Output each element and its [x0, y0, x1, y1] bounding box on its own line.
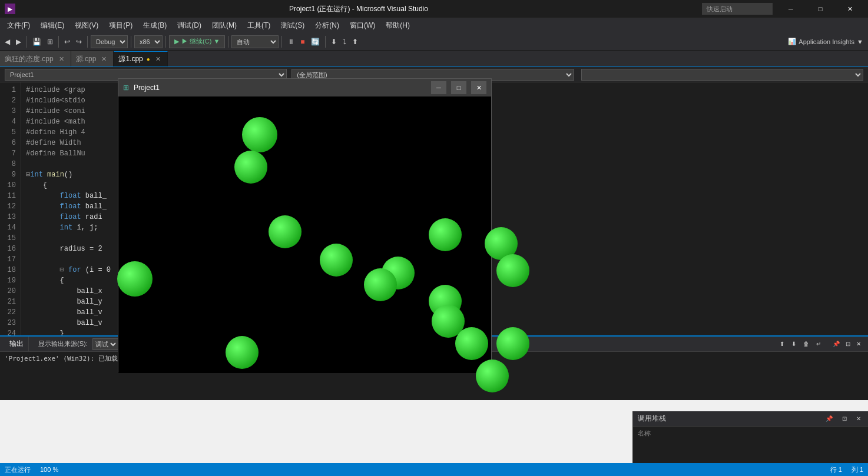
tb-sep-5	[165, 36, 166, 48]
menu-tools[interactable]: 工具(T)	[243, 18, 276, 33]
tb-sep-1	[26, 36, 27, 48]
toolbar-redo[interactable]: ↪	[74, 35, 84, 49]
ball-0	[242, 117, 277, 152]
auto-dropdown[interactable]: 自动	[231, 35, 279, 48]
app-title: Project1 (正在运行) - Microsoft Visual Studi…	[20, 4, 697, 14]
menu-test[interactable]: 测试(S)	[276, 18, 310, 33]
tb-sep-6	[228, 36, 228, 48]
tb-sep-8	[325, 36, 326, 48]
output-clear[interactable]: 🗑	[801, 337, 811, 351]
callstack-content: 名称	[633, 427, 868, 440]
tab-bar: 疯狂的态度.cpp ✕ 源.cpp ✕ 源1.cpp ● ✕	[0, 51, 868, 67]
ball-2	[269, 215, 302, 248]
menu-analyze[interactable]: 分析(N)	[310, 18, 345, 33]
window-controls: ─ □ ✕	[777, 0, 863, 18]
tab-0[interactable]: 疯狂的态度.cpp ✕	[0, 51, 71, 66]
debug-config-dropdown[interactable]: Debug	[91, 35, 128, 48]
toolbar-back[interactable]: ◀	[2, 35, 12, 49]
title-bar: ▶ Project1 (正在运行) - Microsoft Visual Stu…	[0, 0, 868, 18]
tb-sep-7	[281, 36, 282, 48]
status-running: 正在运行	[5, 465, 31, 474]
tab-1-label: 源.cpp	[76, 54, 97, 64]
toolbar-save[interactable]: 💾	[30, 35, 44, 49]
menu-bar: 文件(F) 编辑(E) 视图(V) 项目(P) 生成(B) 调试(D) 团队(M…	[0, 18, 868, 33]
ball-1	[234, 151, 267, 184]
pause-button[interactable]: ⏸	[285, 35, 297, 49]
callstack-name-label: 名称	[638, 429, 863, 438]
output-close[interactable]: ✕	[854, 337, 863, 351]
menu-team[interactable]: 团队(M)	[207, 18, 243, 33]
toolbar-undo[interactable]: ↩	[62, 35, 72, 49]
tab-1[interactable]: 源.cpp ✕	[71, 51, 114, 66]
project-window-icon: ⊞	[123, 84, 129, 92]
step-over[interactable]: ⤵	[340, 35, 349, 49]
tab-0-label: 疯狂的态度.cpp	[5, 54, 54, 64]
project-window: ⊞ Project1 ─ □ ✕	[118, 78, 492, 372]
callstack-pin[interactable]: 📌	[823, 412, 835, 426]
menu-debug[interactable]: 调试(D)	[173, 18, 207, 33]
continue-button[interactable]: ▶ ▶ 继续(C) ▼	[169, 35, 225, 48]
menu-window[interactable]: 窗口(W)	[345, 18, 381, 33]
callstack-header: 调用堆栈 📌 ⊡ ✕	[633, 411, 868, 427]
ball-3	[320, 244, 353, 277]
status-bar: 正在运行 100 % 行 1 列 1	[0, 463, 868, 476]
callstack-close[interactable]: ✕	[854, 412, 863, 426]
project-window-title: Project1	[134, 84, 426, 92]
tb-sep-4	[131, 36, 131, 48]
tab-2[interactable]: 源1.cpp ● ✕	[114, 51, 167, 66]
status-line: 行 1	[830, 465, 842, 474]
menu-edit[interactable]: 编辑(E)	[36, 18, 70, 33]
output-scroll-down[interactable]: ⬇	[789, 337, 799, 351]
callstack-float[interactable]: ⊡	[840, 412, 849, 426]
menu-build[interactable]: 生成(B)	[138, 18, 173, 33]
project-window-minimize[interactable]: ─	[431, 81, 446, 94]
menu-help[interactable]: 帮助(H)	[381, 18, 416, 33]
output-scroll-up[interactable]: ⬆	[777, 337, 787, 351]
tab-0-close[interactable]: ✕	[57, 55, 66, 64]
play-icon: ▶	[174, 38, 179, 45]
members-dropdown[interactable]	[581, 69, 863, 81]
tab-1-close[interactable]: ✕	[100, 55, 108, 64]
output-source-select[interactable]: 调试	[92, 338, 118, 350]
tab-2-close[interactable]: ✕	[154, 55, 163, 64]
step-out[interactable]: ⬆	[350, 35, 360, 49]
ball-15	[226, 336, 259, 369]
project-window-titlebar: ⊞ Project1 ─ □ ✕	[118, 79, 491, 96]
ball-13	[496, 327, 529, 360]
status-zoom[interactable]: 100 %	[40, 466, 58, 473]
minimize-button[interactable]: ─	[777, 0, 804, 18]
tab-2-modified: ●	[147, 56, 150, 62]
toolbar-save-all[interactable]: ⊞	[45, 35, 55, 49]
vs-icon: ▶	[5, 4, 15, 14]
restart-button[interactable]: 🔄	[309, 35, 322, 49]
app-insights-icon: 📊	[788, 38, 796, 45]
status-col: 列 1	[852, 465, 863, 474]
output-source-label: 显示输出来源(S):	[38, 339, 88, 348]
toolbar-forward[interactable]: ▶	[14, 35, 24, 49]
project-window-maximize[interactable]: □	[451, 81, 466, 94]
quick-launch[interactable]: 快速启动	[702, 3, 773, 15]
close-button[interactable]: ✕	[836, 0, 863, 18]
canvas-area	[118, 96, 491, 373]
output-pin[interactable]: 📌	[830, 337, 842, 351]
toolbar: ◀ ▶ 💾 ⊞ ↩ ↪ Debug x86 ▶ ▶ 继续(C) ▼ 自动 ⏸ ■…	[0, 33, 868, 51]
tb-sep-2	[58, 36, 59, 48]
project-window-close[interactable]: ✕	[471, 81, 486, 94]
output-wrap[interactable]: ↵	[814, 337, 823, 351]
menu-view[interactable]: 视图(V)	[70, 18, 104, 33]
output-tab[interactable]: 输出	[5, 337, 29, 351]
step-into[interactable]: ⬇	[329, 35, 339, 49]
ball-12	[455, 327, 488, 360]
stop-button[interactable]: ■	[298, 35, 307, 49]
dropdown-arrow: ▼	[857, 38, 863, 45]
tab-2-label: 源1.cpp	[118, 54, 143, 64]
ball-11	[364, 268, 397, 301]
menu-file[interactable]: 文件(F)	[2, 18, 36, 33]
app-insights-button[interactable]: 📊 Application Insights ▼	[786, 35, 866, 49]
maximize-button[interactable]: □	[807, 0, 834, 18]
output-float[interactable]: ⊡	[843, 337, 853, 351]
menu-project[interactable]: 项目(P)	[104, 18, 138, 33]
ball-7	[496, 254, 529, 287]
line-numbers: 1 2 3 4 5 6 7 8 9 10 11 12 13 14 15 16 1…	[0, 82, 21, 335]
platform-dropdown[interactable]: x86	[134, 35, 163, 48]
